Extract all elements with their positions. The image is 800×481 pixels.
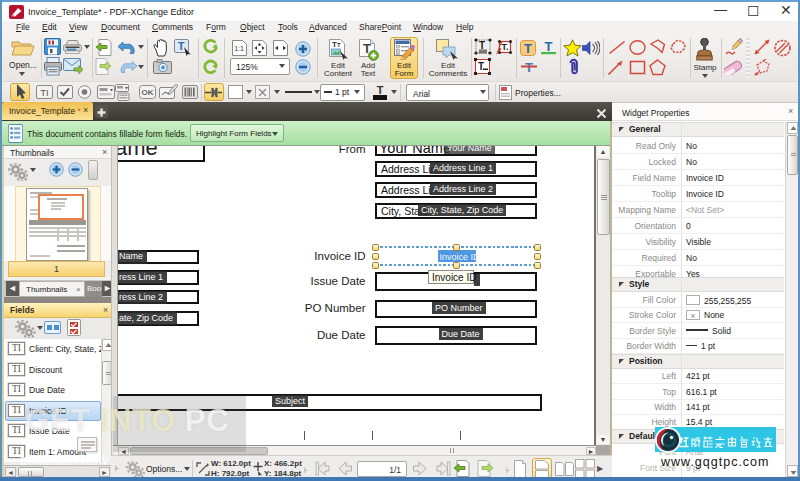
svg-text:T: T	[545, 40, 553, 54]
svg-text:T: T	[479, 40, 485, 51]
svg-text:1:1: 1:1	[234, 45, 244, 52]
svg-text:TT: TT	[332, 40, 341, 49]
svg-text:T: T	[524, 41, 532, 56]
svg-text:T.: T.	[501, 42, 508, 52]
svg-text:TI: TI	[40, 87, 48, 98]
svg-text:T: T	[478, 61, 484, 72]
svg-text:T: T	[178, 40, 185, 52]
svg-text:OK: OK	[142, 88, 154, 97]
svg-text:T: T	[377, 84, 384, 96]
